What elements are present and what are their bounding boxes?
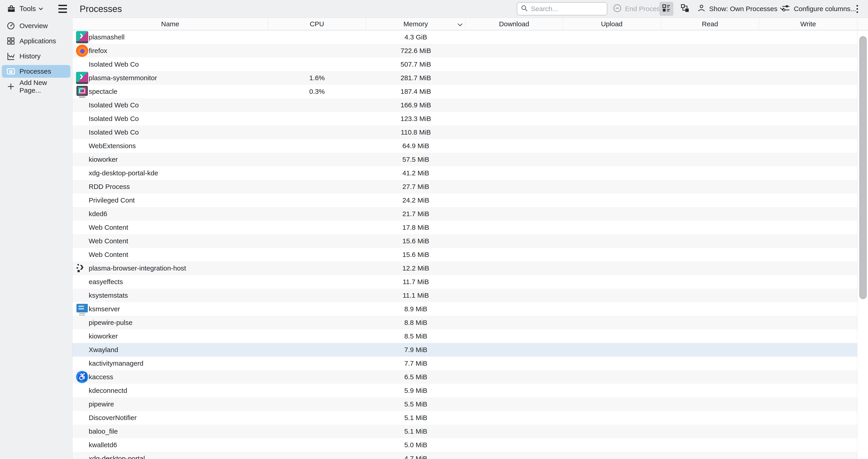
process-row[interactable]: plasmashell4.3 GiB [72,30,857,44]
process-row[interactable]: pipewire-pulse8.8 MiB [72,316,857,329]
process-icon-placeholder [75,194,89,207]
column-header-memory[interactable]: Memory [366,18,466,30]
process-row[interactable]: easyeffects11.7 MiB [72,275,857,289]
cell-memory: 5.0 MiB [366,438,466,452]
cell-name: easyeffects [72,275,268,289]
process-row[interactable]: plasma-systemmonitor1.6%281.7 MiB [72,71,857,85]
sidebar-item-history[interactable]: History [2,50,70,62]
cell-upload [563,248,661,261]
process-row[interactable]: Isolated Web Co123.3 MiB [72,112,857,125]
process-row[interactable]: RDD Process27.7 MiB [72,180,857,194]
cell-read [661,356,759,370]
search-field[interactable] [517,2,607,16]
tree-view-icon [680,3,690,15]
vertical-scrollbar-track[interactable] [857,30,868,459]
list-view-toggle-button[interactable] [659,2,673,16]
process-row[interactable]: kioworker57.5 MiB [72,153,857,166]
tree-view-toggle-button[interactable] [678,2,692,16]
cell-read [661,234,759,248]
sidebar-item-label: Add New Page... [20,79,70,94]
cell-upload [563,275,661,289]
hamburger-menu-button[interactable] [58,5,67,13]
process-rows: plasmashell4.3 GiBfirefox722.6 MiBIsolat… [72,30,857,459]
process-row[interactable]: plasma-browser-integration-host12.2 MiB [72,261,857,275]
process-row[interactable]: Isolated Web Co110.8 MiB [72,125,857,139]
process-icon-placeholder [75,330,89,343]
process-icon-placeholder [75,276,89,288]
process-row[interactable]: kdeconnectd5.9 MiB [72,384,857,397]
cell-upload [563,384,661,397]
process-row[interactable]: kaccess6.5 MiB [72,370,857,384]
column-header-write[interactable]: Write [759,18,857,30]
process-row[interactable]: xdg-desktop-portal4.7 MiB [72,452,857,459]
overflow-menu-button[interactable] [850,0,864,18]
ellipsis-dot [857,11,858,13]
process-row[interactable]: firefox722.6 MiB [72,44,857,58]
process-row[interactable]: Privileged Cont24.2 MiB [72,194,857,207]
process-name: kioworker [89,332,118,340]
end-process-button[interactable]: End Process [612,0,663,18]
configure-columns-button[interactable]: Configure columns... [781,0,856,18]
process-row[interactable]: Xwayland7.9 MiB [72,343,857,356]
process-row[interactable]: Isolated Web Co507.7 MiB [72,58,857,71]
cell-read [661,98,759,112]
cell-name: plasma-browser-integration-host [72,261,268,275]
cell-write [759,397,857,411]
process-name: firefox [89,47,107,55]
cell-cpu [268,370,366,384]
cell-write [759,44,857,58]
cell-download [466,248,563,261]
process-row[interactable]: Web Content15.6 MiB [72,234,857,248]
column-header-read[interactable]: Read [661,18,759,30]
process-row[interactable]: spectacle0.3%187.4 MiB [72,85,857,98]
cell-download [466,112,563,125]
process-row[interactable]: xdg-desktop-portal-kde41.2 MiB [72,166,857,180]
process-row[interactable]: ksmserver8.9 MiB [72,302,857,316]
process-icon-placeholder [75,207,89,220]
cell-download [466,356,563,370]
sidebar-item-overview[interactable]: Overview [2,20,70,32]
process-row[interactable]: DiscoverNotifier5.1 MiB [72,411,857,425]
process-row[interactable]: ksystemstats11.1 MiB [72,289,857,302]
process-row[interactable]: Web Content17.8 MiB [72,221,857,234]
cell-cpu [268,397,366,411]
process-row[interactable]: WebExtensions64.9 MiB [72,139,857,153]
process-row[interactable]: baloo_file5.1 MiB [72,425,857,438]
toolbox-icon [7,4,16,13]
process-name: kded6 [89,210,107,218]
browser-integration-icon [76,262,88,275]
process-row[interactable]: kded621.7 MiB [72,207,857,221]
cell-memory: 7.9 MiB [366,343,466,356]
sidebar-item-add-new-page[interactable]: Add New Page... [2,80,70,93]
process-row[interactable]: kioworker8.5 MiB [72,329,857,343]
process-row[interactable]: kactivitymanagerd7.7 MiB [72,356,857,370]
search-icon [520,4,529,14]
cell-cpu [268,248,366,261]
process-row[interactable]: Isolated Web Co166.9 MiB [72,98,857,112]
process-row[interactable]: pipewire5.5 MiB [72,397,857,411]
tools-menu-button[interactable]: Tools [7,0,42,18]
sidebar: Overview Applications History [0,18,72,459]
cell-name: Web Content [72,221,268,234]
sidebar-item-processes[interactable]: Processes [2,65,70,78]
cell-download [466,397,563,411]
cell-cpu [268,425,366,438]
process-row[interactable]: kwalletd65.0 MiB [72,438,857,452]
column-header-upload[interactable]: Upload [563,18,661,30]
cell-write [759,112,857,125]
column-header-cpu[interactable]: CPU [268,18,366,30]
sidebar-item-applications[interactable]: Applications [2,35,70,47]
cell-name: kaccess [72,370,268,384]
cell-read [661,316,759,329]
process-row[interactable]: Web Content15.6 MiB [72,248,857,261]
column-header-download[interactable]: Download [466,18,563,30]
cell-write [759,248,857,261]
process-icon-box [75,45,89,57]
process-name: spectacle [89,88,118,95]
vertical-scrollbar-thumb[interactable] [859,36,867,299]
search-input[interactable] [531,5,604,13]
column-header-name[interactable]: Name [72,18,268,30]
process-icon-placeholder [75,425,89,438]
cell-upload [563,356,661,370]
show-processes-dropdown[interactable]: Show: Own Processes [697,0,784,18]
